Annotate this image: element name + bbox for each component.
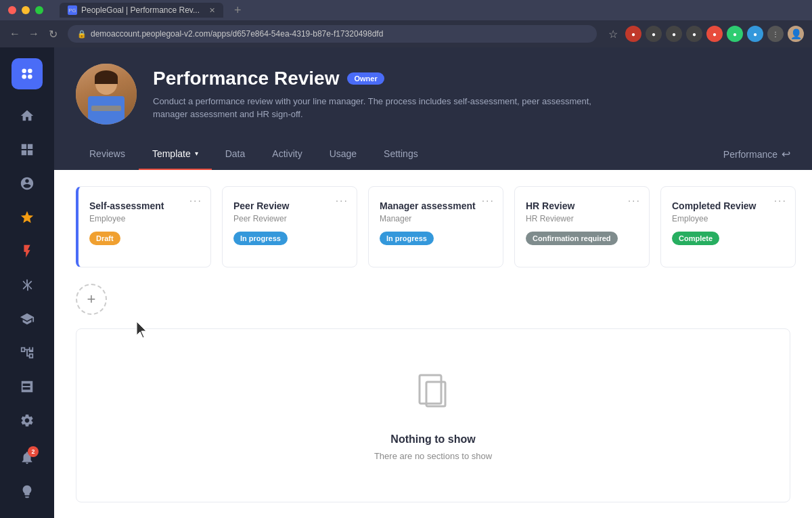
tab-title: PeopleGoal | Performance Rev... xyxy=(81,5,200,15)
sidebar-item-tips[interactable] xyxy=(12,476,43,507)
tab-reviews[interactable]: Reviews xyxy=(76,139,139,170)
minimize-dot[interactable] xyxy=(22,6,30,14)
tab-activity[interactable]: Activity xyxy=(258,139,315,170)
close-dot[interactable] xyxy=(8,6,16,14)
sidebar-item-table[interactable] xyxy=(12,371,43,402)
tab-close-button[interactable]: ✕ xyxy=(209,6,215,15)
sidebar-item-notifications[interactable]: 2 xyxy=(12,442,43,473)
forward-button[interactable]: → xyxy=(27,27,41,41)
profile-avatar[interactable]: 👤 xyxy=(788,26,804,42)
stage-card-completed-review[interactable]: ··· Completed Review Employee Complete xyxy=(660,186,796,267)
status-badge-hr-review: Confirmation required xyxy=(526,232,618,245)
logo-icon xyxy=(18,65,36,83)
header-info: Performance Review Owner Conduct a perfo… xyxy=(153,68,790,121)
svg-rect-4 xyxy=(420,375,441,404)
lightbulb-icon xyxy=(20,484,35,499)
app-wrapper: 2 xyxy=(0,47,812,518)
home-icon xyxy=(20,108,35,123)
refresh-icon: ↩ xyxy=(782,148,790,160)
card-menu-peer-review[interactable]: ··· xyxy=(336,195,348,207)
empty-state-title: Nothing to show xyxy=(390,433,475,446)
sidebar-item-users[interactable] xyxy=(12,168,43,199)
stage-card-self-assessment[interactable]: ··· Self-assessment Employee Draft xyxy=(76,186,211,267)
hierarchy-icon xyxy=(20,345,35,360)
main-content: Performance Review Owner Conduct a perfo… xyxy=(54,47,812,518)
nav-tabs-right: Performance ↩ xyxy=(723,138,790,170)
sidebar-item-home[interactable] xyxy=(12,100,43,131)
sidebar-item-settings[interactable] xyxy=(12,405,43,436)
card-title-manager-assessment: Manager assessment xyxy=(380,200,492,211)
card-title-completed-review: Completed Review xyxy=(672,200,784,211)
no-content-icon xyxy=(409,370,457,417)
browser-tab[interactable]: PG PeopleGoal | Performance Rev... ✕ xyxy=(60,3,223,18)
new-tab-button[interactable]: + xyxy=(234,3,242,18)
notification-badge: 2 xyxy=(28,446,39,457)
header-top: Performance Review Owner Conduct a perfo… xyxy=(76,64,790,125)
svg-point-3 xyxy=(28,74,32,79)
tab-settings[interactable]: Settings xyxy=(370,139,432,170)
grid-icon xyxy=(20,142,35,157)
back-button[interactable]: ← xyxy=(8,27,22,41)
card-title-hr-review: HR Review xyxy=(526,200,638,211)
extension-icon-6[interactable]: ● xyxy=(727,26,743,42)
svg-point-0 xyxy=(22,68,26,73)
card-role-peer-review: Peer Reviewer xyxy=(233,214,346,223)
lock-icon: 🔒 xyxy=(77,30,87,39)
extensions-button[interactable]: ⋮ xyxy=(767,26,784,42)
stage-cards-row: ··· Self-assessment Employee Draft ··· P… xyxy=(76,186,790,267)
card-title-peer-review: Peer Review xyxy=(233,200,346,211)
extension-icon-1[interactable]: ● xyxy=(625,26,641,42)
svg-point-2 xyxy=(22,74,26,79)
extension-icon-4[interactable]: ● xyxy=(686,26,702,42)
tab-usage[interactable]: Usage xyxy=(316,139,370,170)
flash-icon xyxy=(20,244,35,259)
sidebar-item-graduation[interactable] xyxy=(12,303,43,334)
extension-icon-5[interactable]: ● xyxy=(706,26,723,42)
stage-card-manager-assessment[interactable]: ··· Manager assessment Manager In progre… xyxy=(368,186,503,267)
browser-chrome: PG PeopleGoal | Performance Rev... ✕ + ←… xyxy=(0,0,812,47)
reload-button[interactable]: ↻ xyxy=(46,27,60,41)
performance-button[interactable]: Performance ↩ xyxy=(723,148,790,160)
chevron-down-icon: ▾ xyxy=(195,150,198,157)
table-icon xyxy=(20,379,35,394)
tab-favicon: PG xyxy=(68,5,77,15)
svg-point-1 xyxy=(28,68,32,73)
sidebar-item-star[interactable] xyxy=(12,202,43,233)
extension-icon-7[interactable]: ● xyxy=(747,26,763,42)
bookmark-icon[interactable]: ☆ xyxy=(605,26,621,42)
maximize-dot[interactable] xyxy=(35,6,43,14)
browser-actions: ☆ ● ● ● ● ● ● ● ⋮ 👤 xyxy=(605,26,804,42)
header-title-row: Performance Review Owner xyxy=(153,68,790,89)
star-icon xyxy=(20,210,35,225)
page-title: Performance Review xyxy=(153,68,339,89)
tab-template[interactable]: Template ▾ xyxy=(139,139,212,170)
card-title-self-assessment: Self-assessment xyxy=(89,200,200,211)
tab-data[interactable]: Data xyxy=(212,139,259,170)
status-badge-self-assessment: Draft xyxy=(89,232,120,245)
card-menu-self-assessment[interactable]: ··· xyxy=(189,195,202,207)
extension-icon-3[interactable]: ● xyxy=(666,26,682,42)
sidebar-item-hierarchy[interactable] xyxy=(12,337,43,368)
asterisk-icon xyxy=(20,278,35,293)
card-menu-completed-review[interactable]: ··· xyxy=(774,195,787,207)
performance-label: Performance xyxy=(723,149,777,160)
empty-state: Nothing to show There are no sections to… xyxy=(76,328,790,502)
sidebar-item-flash[interactable] xyxy=(12,236,43,267)
stage-card-hr-review[interactable]: ··· HR Review HR Reviewer Confirmation r… xyxy=(514,186,650,267)
app-logo[interactable] xyxy=(12,58,43,89)
cards-area: ··· Self-assessment Employee Draft ··· P… xyxy=(54,170,812,518)
sidebar-item-dashboard[interactable] xyxy=(12,134,43,165)
header-description: Conduct a performance review with your l… xyxy=(153,95,627,121)
card-role-self-assessment: Employee xyxy=(89,214,200,223)
card-menu-hr-review[interactable]: ··· xyxy=(628,195,641,207)
stage-card-peer-review[interactable]: ··· Peer Review Peer Reviewer In progres… xyxy=(222,186,357,267)
card-menu-manager-assessment[interactable]: ··· xyxy=(482,195,495,207)
nav-tabs: Reviews Template ▾ Data Activity Usage xyxy=(76,138,790,170)
settings-icon xyxy=(20,413,35,428)
card-role-manager-assessment: Manager xyxy=(380,214,492,223)
address-bar[interactable]: 🔒 demoaccount.peoplegoal-v2.com/apps/d65… xyxy=(68,25,597,43)
add-stage-button[interactable]: + xyxy=(76,284,107,315)
sidebar-item-asterisk[interactable] xyxy=(12,269,43,301)
extension-icon-2[interactable]: ● xyxy=(646,26,662,42)
page-header: Performance Review Owner Conduct a perfo… xyxy=(54,47,812,170)
